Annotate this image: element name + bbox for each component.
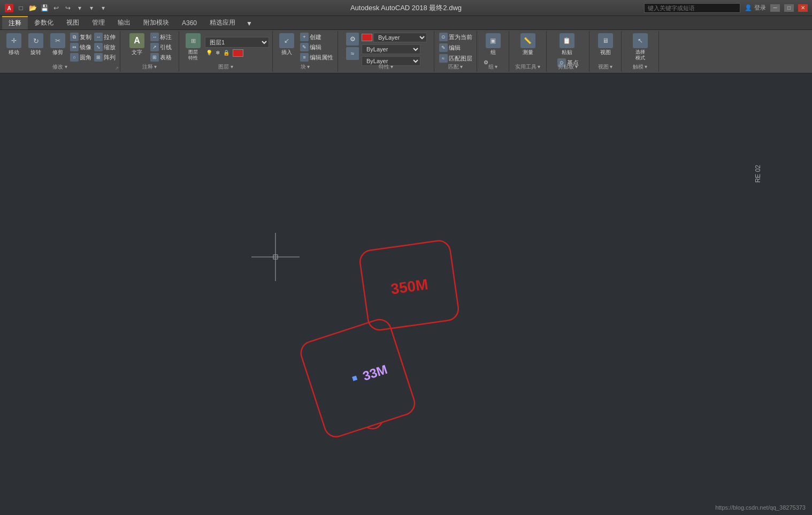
tab-a360[interactable]: A360 <box>175 16 203 29</box>
view-button[interactable]: 🖥 视图 <box>595 32 616 57</box>
re-label: RE 02 <box>754 165 762 183</box>
select-mode-button[interactable]: ↖ 选择模式 <box>630 32 651 62</box>
rotate-button[interactable]: ↻ 旋转 <box>25 32 47 57</box>
scale-button[interactable]: ⤡ 缩放 <box>93 42 117 52</box>
ribbon-group-block: ↙ 插入 + 创建 ✎ 编辑 ≡ 编辑属性 <box>273 31 338 72</box>
group-button[interactable]: ▣ 组 <box>482 32 504 57</box>
tab-view[interactable]: 视图 <box>60 16 86 29</box>
drawing-canvas: 350M 33M <box>0 74 812 515</box>
layer-off-button[interactable]: 💡 <box>205 49 213 57</box>
tab-parametric[interactable]: 参数化 <box>28 16 60 29</box>
match-props-button[interactable]: ≈ <box>345 47 360 60</box>
ribbon-group-properties: ⚙ ≈ ByLayer ByLayer <box>338 31 434 72</box>
crosshair <box>251 233 300 281</box>
annotation-group-label: 注释 ▾ <box>120 63 179 71</box>
match-layer-button[interactable]: ≈ 匹配图层 <box>438 54 473 63</box>
text-button[interactable]: A 文字 <box>126 32 148 62</box>
layers-group-label: 图层 ▾ <box>179 63 272 71</box>
minimize-button[interactable]: ─ <box>770 4 780 12</box>
measure-button[interactable]: 📏 测量 <box>517 32 539 57</box>
mirror-button[interactable]: ⇔ 镜像 <box>69 42 93 52</box>
login-label[interactable]: 登录 <box>754 4 766 12</box>
ribbon-more-button[interactable]: ▼ <box>242 18 257 29</box>
redo-list-icon[interactable]: ▾ <box>87 3 96 13</box>
ribbon-tabs: 注释 参数化 视图 管理 输出 附加模块 A360 精选应用 ▼ <box>0 16 812 30</box>
titlebar-right: 👤 登录 ─ □ ✕ <box>644 3 808 13</box>
paste-button[interactable]: 📋 粘贴 <box>556 32 578 57</box>
modify-group-label: 修改 ▾ <box>0 63 120 71</box>
svg-text:A: A <box>7 5 11 11</box>
open-icon[interactable]: 📂 <box>28 3 37 13</box>
new-icon[interactable]: □ <box>16 3 26 13</box>
trim-button[interactable]: ✂ 修剪 <box>47 32 68 57</box>
close-button[interactable]: ✕ <box>798 4 808 12</box>
block-group-label: 块 ▾ <box>273 63 338 71</box>
ribbon-group-modify: ✛ 移动 ↻ 旋转 ✂ 修剪 ⧉ 复制 ⇔ 镜像 <box>0 31 120 72</box>
move-button[interactable]: ✛ 移动 <box>3 32 25 57</box>
view-group-label: 视图 ▾ <box>589 63 621 71</box>
copy-button[interactable]: ⧉ 复制 <box>69 32 93 42</box>
tab-annotate[interactable]: 注释 <box>2 16 28 29</box>
autocad-logo-icon[interactable]: A <box>4 3 14 13</box>
layer-color-button[interactable] <box>232 49 244 57</box>
undo-icon[interactable]: ↩ <box>51 3 61 13</box>
label-33m: 33M <box>361 362 389 383</box>
ribbon-group-utilities: 📏 测量 实用工具 ▾ <box>509 31 547 72</box>
search-input[interactable] <box>644 3 740 13</box>
properties-group-label: 特性 ▾ <box>338 63 434 71</box>
ribbon-group-touch: ↖ 选择模式 触模 ▾ <box>622 31 659 72</box>
layer-lock-button[interactable]: 🔒 <box>222 49 231 57</box>
edit-attrs-button[interactable]: ≡ 编辑属性 <box>299 52 334 62</box>
touch-group-label: 触模 ▾ <box>622 63 658 71</box>
qa-more-icon[interactable]: ▾ <box>98 3 108 13</box>
layer-freeze-button[interactable]: ❄ <box>215 49 221 57</box>
tab-addons[interactable]: 附加模块 <box>137 16 175 29</box>
set-current-button[interactable]: ⊙ 置为当前 <box>438 32 473 42</box>
user-icon: 👤 <box>745 4 752 11</box>
app-title: Autodesk AutoCAD 2018 最终2.dwg <box>350 3 462 13</box>
ribbon-group-annotation: A 文字 ↔ 标注 ↗ 引线 ⊞ 表格 <box>120 31 179 72</box>
circle-button[interactable]: ○ 圆角 <box>69 52 93 62</box>
clipboard-group-label: 剪贴板 ▾ <box>547 63 589 71</box>
group-group-label: 组 ▾ <box>477 63 509 71</box>
array-button[interactable]: ⊞ 阵列 <box>93 52 117 62</box>
ribbon-group-layers: ⊞ 图层特性 图层1 0 Defpoints 💡 ❄ 🔒 <box>179 31 273 72</box>
tab-featured[interactable]: 精选应用 <box>203 16 242 29</box>
tab-manage[interactable]: 管理 <box>86 16 111 29</box>
label-350m: 350M <box>390 276 430 297</box>
leader-button[interactable]: ↗ 引线 <box>149 42 173 52</box>
table-button[interactable]: ⊞ 表格 <box>149 52 173 62</box>
create-block-button[interactable]: + 创建 <box>299 32 334 42</box>
svg-rect-4 <box>352 376 357 381</box>
match-group-label: 匹配 ▾ <box>434 63 477 71</box>
canvas-area[interactable]: 350M 33M RE 02 https://blog.csdn.net/qq_… <box>0 74 812 515</box>
utilities-group-label: 实用工具 ▾ <box>509 63 546 71</box>
tab-output[interactable]: 输出 <box>111 16 137 29</box>
edit-layer-button[interactable]: ✎ 编辑 <box>438 43 462 52</box>
properties-button[interactable]: ⚙ <box>345 32 360 46</box>
ribbon-group-view: 🖥 视图 视图 ▾ <box>589 31 622 72</box>
ribbon-group-group: ▣ 组 ⚙ 组 ▾ <box>477 31 509 72</box>
title-bar: A □ 📂 💾 ↩ ↪ ▾ ▾ ▾ Autodesk AutoCAD 2018 … <box>0 0 812 16</box>
maximize-button[interactable]: □ <box>784 4 794 12</box>
ribbon-group-setcurrent: ⊙ 置为当前 ✎ 编辑 ≈ 匹配图层 匹配 ▾ <box>434 31 477 72</box>
redo-icon[interactable]: ↪ <box>63 3 73 13</box>
ribbon-content: ✛ 移动 ↻ 旋转 ✂ 修剪 ⧉ 复制 ⇔ 镜像 <box>0 30 812 73</box>
stretch-button[interactable]: ↔ 拉伸 <box>93 32 117 42</box>
color-selector[interactable]: ByLayer <box>373 33 427 42</box>
undo-list-icon[interactable]: ▾ <box>75 3 85 13</box>
watermark: https://blog.csdn.net/qq_38275373 <box>715 504 806 511</box>
quick-access-toolbar: A □ 📂 💾 ↩ ↪ ▾ ▾ ▾ <box>4 3 108 13</box>
layer-selector[interactable]: 图层1 0 Defpoints <box>205 37 269 48</box>
ribbon-group-clipboard: 📋 粘贴 ⊙ 基点 剪贴板 ▾ <box>547 31 589 72</box>
modify-expand-icon[interactable]: ↗ <box>115 66 119 71</box>
edit-block-button[interactable]: ✎ 编辑 <box>299 42 334 52</box>
dims-button[interactable]: ↔ 标注 <box>149 32 173 42</box>
svg-rect-3 <box>298 316 418 440</box>
save-icon[interactable]: 💾 <box>40 3 49 13</box>
linetype-selector[interactable]: ByLayer <box>362 44 420 54</box>
insert-button[interactable]: ↙ 插入 <box>276 32 297 57</box>
layer-properties-button[interactable]: ⊞ 图层特性 <box>182 32 204 62</box>
